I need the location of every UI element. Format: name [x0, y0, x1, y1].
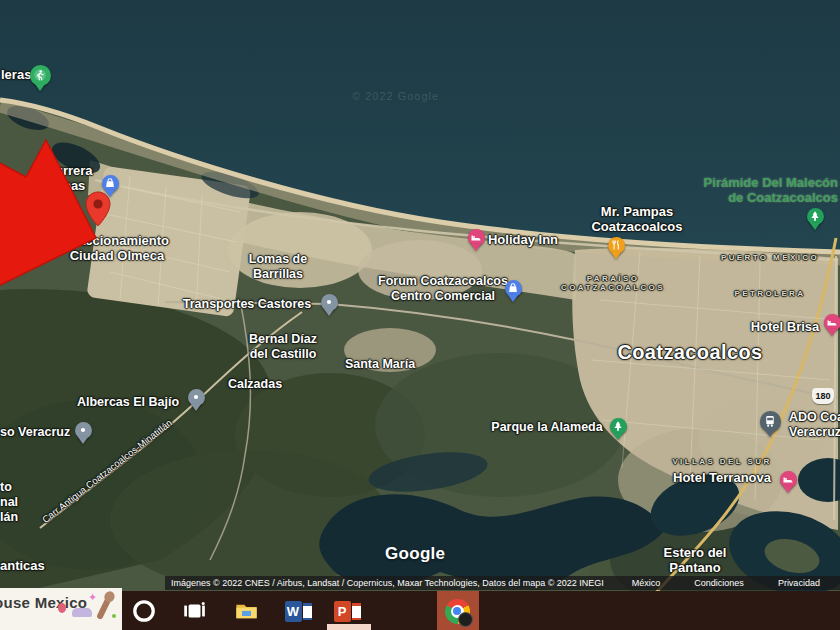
sparkle-icon: ✦ [88, 591, 97, 604]
attribution-link[interactable]: México [632, 578, 661, 588]
google-logo[interactable]: Google [385, 544, 445, 564]
bus-pin-icon[interactable] [760, 411, 781, 437]
generic-pin-icon[interactable] [75, 422, 92, 444]
cortana-taskbar-icon[interactable] [128, 595, 160, 627]
generic-pin-icon[interactable] [321, 294, 338, 316]
hotel-pin-icon[interactable] [780, 471, 797, 493]
powerpoint-taskbar-icon[interactable]: P [331, 595, 363, 627]
word-taskbar-icon[interactable]: W [282, 595, 314, 627]
restaurant-pin-icon[interactable] [608, 237, 625, 259]
red-marker-pin-icon[interactable] [85, 191, 111, 231]
file-explorer-taskbar-icon[interactable] [230, 595, 262, 627]
wooden-spoon-icon [96, 596, 112, 620]
generic-pin-icon[interactable] [188, 389, 205, 411]
chrome-taskbar-icon[interactable] [441, 595, 473, 627]
map-attribution-bar: Imágenes © 2022 CNES / Airbus, Landsat /… [165, 576, 840, 590]
shopping-pin-icon[interactable] [505, 280, 522, 302]
attribution-credits: Imágenes © 2022 CNES / Airbus, Landsat /… [171, 578, 604, 588]
google-copyright-watermark: © 2022 Google [352, 90, 439, 102]
window-peek-strip [327, 624, 371, 630]
hiking-pin-icon[interactable] [30, 65, 51, 91]
attribution-link[interactable]: Privacidad [778, 578, 820, 588]
task-view-taskbar-icon[interactable] [178, 595, 210, 627]
chef-hat-icon [72, 608, 92, 617]
attribution-links: MéxicoCondicionesPrivacidad [632, 578, 820, 588]
attribution-link[interactable]: Condiciones [694, 578, 744, 588]
desktop-widget-panel: ouse Mexico ✦ [0, 588, 122, 630]
desktop-screen: lerasurreraunasFraccionamientoCiudad Olm… [0, 0, 840, 630]
highway-180-shield: 180 [812, 388, 834, 404]
balloon-icon [58, 603, 66, 613]
windows-taskbar: WP [0, 591, 840, 630]
hotel-pin-icon[interactable] [468, 229, 485, 251]
tree-pin-icon[interactable] [807, 208, 824, 230]
tree-pin-icon[interactable] [610, 418, 627, 440]
hotel-pin-icon[interactable] [824, 314, 840, 336]
confetti-dot-icon [112, 614, 116, 618]
